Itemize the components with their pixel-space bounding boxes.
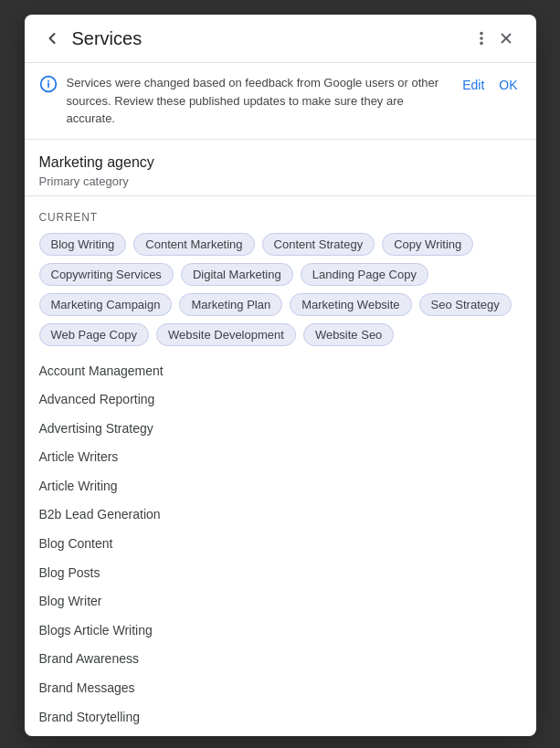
list-item: Advanced Reporting: [39, 385, 522, 415]
list-item: Blog Writer: [39, 587, 522, 616]
service-tag: Copywriting Services: [39, 263, 174, 286]
service-tag: Marketing Plan: [179, 293, 282, 316]
notice-banner: Services were changed based on feedback …: [25, 63, 536, 140]
category-title: Marketing agency: [39, 154, 522, 171]
edit-button[interactable]: Edit: [459, 74, 488, 96]
list-item: Account Management: [39, 357, 522, 386]
dialog-title: Services: [72, 28, 472, 49]
service-tag: Website Development: [156, 323, 296, 346]
list-item: B2b Lead Generation: [39, 500, 522, 530]
list-item: Brand Awareness: [39, 645, 522, 674]
list-item: Article Writers: [39, 443, 522, 472]
svg-point-2: [480, 42, 483, 46]
list-item: Brand Messages: [39, 674, 522, 703]
service-tag: Web Page Copy: [39, 323, 149, 346]
category-subtitle: Primary category: [39, 174, 522, 188]
svg-point-1: [480, 37, 483, 40]
list-item: Blog Content: [39, 530, 522, 559]
notice-actions: Edit OK: [459, 74, 521, 96]
notice-text: Services were changed based on feedback …: [67, 74, 450, 128]
info-icon: [39, 75, 58, 98]
current-section-label: CURRENT: [39, 211, 522, 224]
service-tag: Seo Strategy: [419, 293, 512, 316]
list-item: Article Writing: [39, 472, 522, 501]
service-tag: Blog Writing: [39, 233, 127, 256]
dialog-header: Services: [25, 15, 536, 63]
service-tag: Landing Page Copy: [301, 263, 428, 286]
list-item: Advertising Strategy: [39, 415, 522, 444]
list-item: Blog Posts: [39, 559, 522, 588]
tags-container: Blog WritingContent MarketingContent Str…: [39, 233, 522, 346]
back-button[interactable]: [39, 26, 65, 51]
ok-button[interactable]: OK: [495, 74, 521, 96]
plain-list: Account ManagementAdvanced ReportingAdve…: [39, 357, 522, 737]
service-tag: Content Marketing: [133, 233, 254, 256]
services-section: CURRENT Blog WritingContent MarketingCon…: [25, 196, 536, 737]
list-item: Blogs Article Writing: [39, 616, 522, 646]
more-options-button[interactable]: [472, 26, 491, 50]
service-tag: Marketing Website: [290, 293, 411, 316]
list-item: Brand Voice: [39, 732, 522, 736]
service-tag: Marketing Campaign: [39, 293, 173, 316]
service-tag: Digital Marketing: [181, 263, 293, 286]
dialog-content[interactable]: Marketing agency Primary category CURREN…: [25, 140, 536, 737]
services-dialog: Services: [25, 15, 536, 736]
svg-point-0: [480, 32, 483, 36]
service-tag: Website Seo: [303, 323, 394, 346]
category-section: Marketing agency Primary category: [25, 140, 536, 196]
service-tag: Copy Writing: [382, 233, 473, 256]
service-tag: Content Strategy: [262, 233, 375, 256]
list-item: Brand Storytelling: [39, 703, 522, 732]
close-button[interactable]: [491, 26, 522, 50]
